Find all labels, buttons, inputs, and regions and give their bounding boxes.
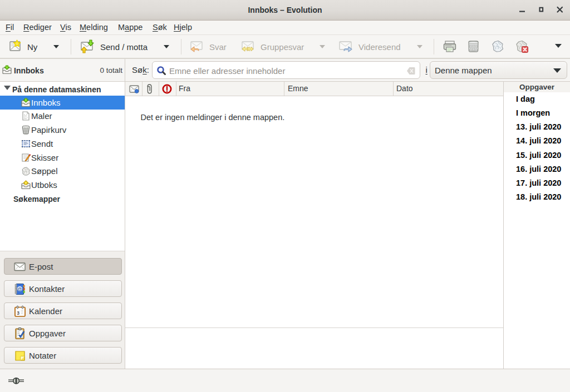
svg-text:@: @ — [17, 286, 22, 292]
svg-text:3: 3 — [17, 310, 19, 316]
